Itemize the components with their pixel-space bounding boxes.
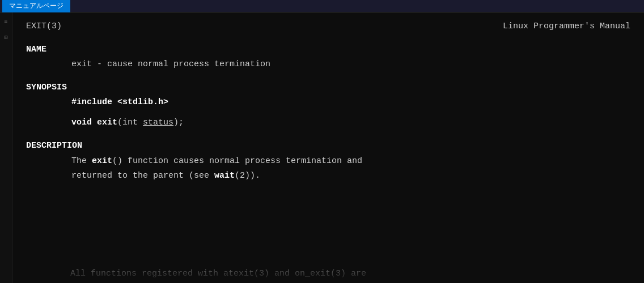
include-line: #include <stdlib.h> (71, 96, 630, 109)
header-left: EXIT(3) (26, 22, 62, 31)
active-tab[interactable]: マニュアルページ (2, 0, 70, 12)
void-keyword: void (71, 118, 97, 127)
description-title: DESCRIPTION (26, 141, 630, 151)
paren-open: (int (117, 118, 143, 127)
description-line1: The exit() function causes normal proces… (71, 154, 630, 169)
function-line: void exit(int status); (71, 116, 630, 130)
name-section: NAME exit - cause normal process termina… (26, 45, 630, 71)
description-body: The exit() function causes normal proces… (26, 154, 630, 183)
description-line2: returned to the parent (see wait(2)). (71, 169, 630, 183)
desc-line2-post: (2)). (235, 171, 260, 181)
wait-bold: wait (214, 171, 235, 181)
top-bar: マニュアルページ (0, 0, 644, 12)
sidebar: ≡ ⊞ (0, 12, 12, 283)
synopsis-body: #include <stdlib.h> void exit(int status… (26, 96, 630, 130)
synopsis-section: SYNOPSIS #include <stdlib.h> void exit(i… (26, 83, 630, 130)
exit-keyword: exit (97, 118, 117, 127)
desc-line1-pre: The (71, 156, 92, 166)
main-content: EXIT(3) Linux Programmer's Manual NAME e… (12, 12, 644, 283)
description-section: DESCRIPTION The exit() function causes n… (26, 141, 630, 183)
desc-line1-post: () function causes normal process termin… (112, 156, 362, 166)
name-content: exit - cause normal process termination (71, 59, 270, 69)
bottom-fade (12, 260, 644, 283)
exit-bold: exit (92, 156, 112, 166)
grid-icon[interactable]: ⊞ (2, 33, 11, 42)
status-param: status (143, 118, 173, 127)
name-title: NAME (26, 45, 630, 54)
name-body: exit - cause normal process termination (26, 58, 630, 71)
tab-label: マニュアルページ (9, 1, 63, 11)
synopsis-title: SYNOPSIS (26, 83, 630, 92)
paren-close: ); (173, 118, 184, 127)
menu-icon[interactable]: ≡ (2, 17, 11, 26)
desc-line2-pre: returned to the parent (see (71, 171, 214, 181)
man-page-header: EXIT(3) Linux Programmer's Manual (26, 22, 630, 31)
include-text: #include <stdlib.h> (71, 97, 168, 107)
header-right: Linux Programmer's Manual (503, 22, 630, 31)
